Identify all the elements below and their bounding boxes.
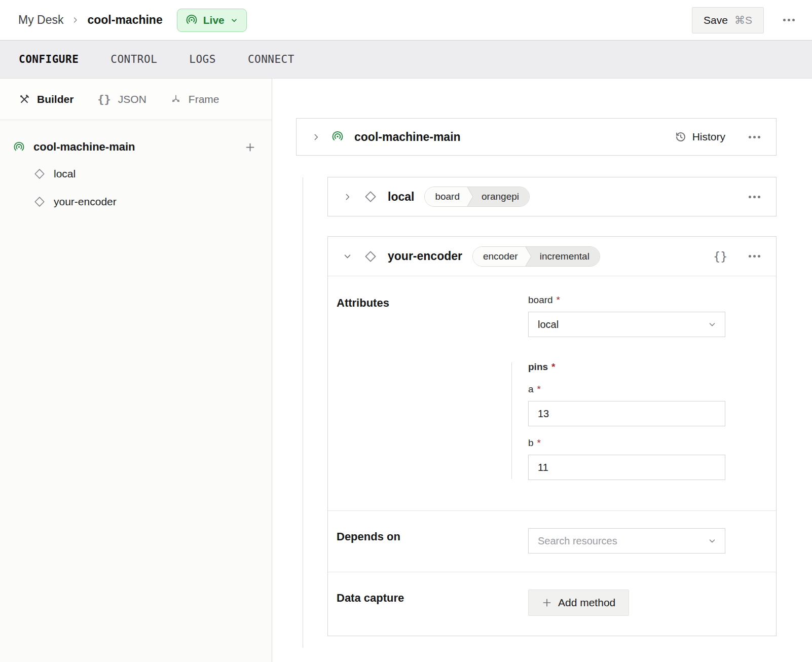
component-type: encoder	[473, 247, 524, 266]
pin-a-field: a *	[528, 384, 725, 426]
pin-a-input[interactable]	[528, 401, 725, 426]
required-asterisk: *	[557, 295, 560, 306]
braces-icon: {}	[97, 93, 111, 105]
pins-group-label: pins *	[528, 361, 725, 373]
mode-json[interactable]: {} JSON	[97, 93, 146, 105]
header-actions: Save ⌘S	[692, 7, 797, 33]
depends-on-select[interactable]: Search resources	[528, 528, 725, 554]
breadcrumb-chevron-icon	[71, 16, 79, 24]
chevron-down-icon	[708, 320, 717, 329]
history-button[interactable]: History	[675, 131, 725, 143]
live-status-label: Live	[203, 14, 225, 26]
component-menu-button[interactable]	[747, 193, 762, 201]
component-diamond-icon	[364, 250, 377, 263]
required-asterisk: *	[537, 437, 541, 449]
attributes-fields: board * local pins *	[528, 295, 725, 480]
tree-item-label: your-encoder	[54, 196, 117, 208]
collapse-chevron-down-icon[interactable]	[342, 252, 353, 261]
header-overflow-menu-button[interactable]	[781, 16, 797, 24]
save-shortcut-hint: ⌘S	[734, 14, 752, 26]
badge-chevron-divider	[524, 247, 534, 266]
machine-part-title: cool-machine-main	[354, 130, 461, 144]
resource-tree: cool-machine-main local your-encoder	[0, 120, 272, 215]
tab-logs[interactable]: LOGS	[189, 53, 216, 65]
mode-frame[interactable]: Frame	[170, 93, 219, 105]
json-toggle-button[interactable]: {}	[713, 250, 727, 263]
add-resource-button[interactable]	[244, 141, 256, 154]
field-label-text: b	[528, 437, 534, 449]
field-label-text: pins	[528, 361, 548, 373]
tree-item-machine-part[interactable]: cool-machine-main	[13, 134, 256, 160]
depends-on-heading: Depends on	[337, 530, 528, 554]
component-card-your-encoder: your-encoder encoder incremental {}	[327, 236, 777, 636]
plus-icon	[542, 598, 552, 608]
machine-part-card: cool-machine-main History	[296, 118, 777, 156]
component-type-badge: encoder incremental	[472, 246, 600, 267]
machine-nav-tabs: CONFIGURE CONTROL LOGS CONNECT	[0, 40, 812, 79]
breadcrumb: My Desk cool-machine	[18, 13, 163, 27]
save-button[interactable]: Save ⌘S	[692, 7, 764, 33]
tree-connector-line	[303, 177, 303, 648]
board-select[interactable]: local	[528, 312, 725, 337]
component-title: your-encoder	[388, 249, 462, 263]
pin-b-label: b *	[528, 437, 725, 449]
mode-json-label: JSON	[118, 93, 146, 105]
frame-axes-icon	[170, 94, 181, 105]
component-title: local	[388, 190, 414, 204]
required-asterisk: *	[551, 361, 555, 373]
save-button-label: Save	[704, 14, 728, 26]
tree-item-label: local	[54, 168, 76, 180]
component-menu-button[interactable]	[747, 252, 762, 261]
component-diamond-icon	[364, 190, 377, 203]
breadcrumb-current: cool-machine	[87, 13, 162, 27]
badge-chevron-divider	[466, 187, 475, 206]
breadcrumb-parent-link[interactable]: My Desk	[18, 13, 63, 27]
attributes-section: Attributes board * local	[328, 276, 776, 480]
config-mode-switcher: Builder {} JSON Frame	[0, 79, 272, 120]
component-type: board	[425, 187, 466, 206]
data-capture-heading: Data capture	[337, 592, 528, 616]
config-main-panel: cool-machine-main History	[272, 79, 812, 662]
pin-b-input[interactable]	[528, 455, 725, 480]
field-label-text: board	[528, 295, 553, 306]
depends-on-section: Depends on Search resources	[328, 510, 776, 554]
attributes-heading: Attributes	[337, 297, 528, 480]
component-type-badge: board orangepi	[424, 187, 530, 207]
expand-chevron-right-icon[interactable]	[342, 193, 353, 201]
data-capture-section: Data capture Add method	[328, 572, 776, 616]
pin-b-field: b *	[528, 437, 725, 480]
tab-configure[interactable]: CONFIGURE	[19, 53, 79, 65]
component-diamond-icon	[33, 168, 46, 180]
history-label: History	[692, 131, 725, 143]
config-sidebar: Builder {} JSON Frame	[0, 79, 272, 662]
component-model: incremental	[534, 247, 600, 266]
required-asterisk: *	[537, 384, 541, 395]
add-method-label: Add method	[558, 597, 615, 609]
tree-item-local[interactable]: local	[33, 160, 256, 188]
machine-part-icon	[13, 141, 25, 153]
chevron-down-icon	[230, 16, 238, 24]
depends-on-placeholder: Search resources	[538, 535, 617, 547]
tab-connect[interactable]: CONNECT	[248, 53, 294, 65]
content-area: Builder {} JSON Frame	[0, 79, 812, 662]
board-select-value: local	[538, 319, 559, 330]
mode-builder[interactable]: Builder	[19, 93, 73, 105]
component-card-local: local board orangepi	[327, 177, 777, 216]
tree-item-your-encoder[interactable]: your-encoder	[33, 188, 256, 215]
component-card-header: your-encoder encoder incremental {}	[328, 237, 776, 276]
component-model: orangepi	[475, 187, 529, 206]
pins-group: pins * a *	[528, 361, 725, 480]
mode-builder-label: Builder	[37, 93, 73, 105]
machine-part-menu-button[interactable]	[747, 133, 762, 141]
machine-part-icon	[331, 131, 344, 143]
live-status-dropdown[interactable]: Live	[177, 9, 247, 32]
expand-chevron-right-icon[interactable]	[310, 133, 321, 141]
component-card-header: local board orangepi	[328, 177, 776, 216]
machine-config-page: My Desk cool-machine Live Save ⌘	[0, 0, 812, 662]
tree-item-label: cool-machine-main	[33, 140, 135, 154]
chevron-down-icon	[708, 536, 717, 545]
add-method-button[interactable]: Add method	[528, 590, 629, 616]
tab-control[interactable]: CONTROL	[110, 53, 157, 65]
component-diamond-icon	[33, 196, 46, 208]
tools-icon	[19, 94, 30, 105]
